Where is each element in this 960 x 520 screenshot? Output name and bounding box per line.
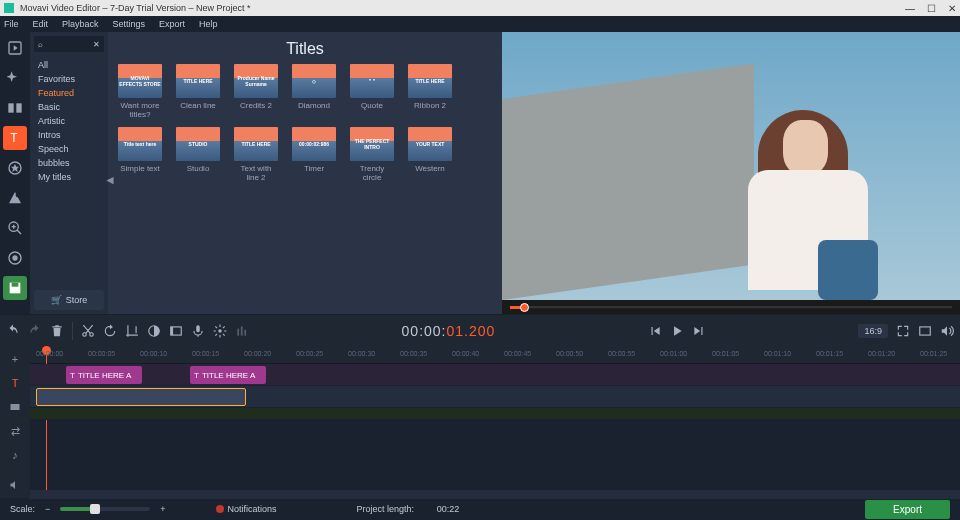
audio-track-icon[interactable]: ♪ bbox=[6, 446, 24, 464]
ruler-tick: 00:00:25 bbox=[296, 350, 323, 357]
svg-rect-21 bbox=[171, 326, 173, 334]
video-track[interactable] bbox=[30, 386, 960, 408]
transitions-tool[interactable] bbox=[3, 96, 27, 120]
title-preset[interactable]: YOUR TEXTWestern bbox=[408, 127, 452, 182]
app-icon bbox=[4, 3, 14, 13]
ruler-tick: 00:01:00 bbox=[660, 350, 687, 357]
filters-tool[interactable] bbox=[3, 66, 27, 90]
maximize-button[interactable]: ☐ bbox=[927, 3, 936, 14]
link-track-icon[interactable]: ⇄ bbox=[6, 422, 24, 440]
svg-rect-27 bbox=[920, 326, 931, 334]
zoom-out-button[interactable]: − bbox=[45, 504, 50, 514]
menu-bar: FileEditPlaybackSettingsExportHelp bbox=[0, 16, 960, 32]
export-button[interactable]: Export bbox=[865, 500, 950, 519]
add-track-button[interactable]: + bbox=[6, 350, 24, 368]
svg-text:T: T bbox=[10, 131, 18, 145]
audio-track[interactable] bbox=[30, 490, 960, 500]
category-speech-bubbles[interactable]: Speech bubbles bbox=[38, 142, 100, 170]
title-preset[interactable]: MOVAVI EFFECTS STOREWant more titles? bbox=[118, 64, 162, 119]
close-button[interactable]: ✕ bbox=[948, 3, 956, 14]
title-preset[interactable]: " "Quote bbox=[350, 64, 394, 119]
notifications-button[interactable]: Notifications bbox=[216, 504, 277, 514]
title-preset[interactable]: 00:00:02:986Timer bbox=[292, 127, 336, 182]
category-artistic[interactable]: Artistic bbox=[38, 114, 100, 128]
save-tool[interactable] bbox=[3, 276, 27, 300]
next-button[interactable] bbox=[692, 324, 706, 338]
title-preset[interactable]: Title text hereSimple text bbox=[118, 127, 162, 182]
clip-props-button[interactable] bbox=[169, 324, 183, 338]
menu-export[interactable]: Export bbox=[159, 19, 185, 29]
zoom-in-button[interactable]: + bbox=[160, 504, 165, 514]
search-input[interactable]: ⌕✕ bbox=[34, 36, 104, 52]
store-button[interactable]: 🛒Store bbox=[34, 290, 104, 310]
empty-track-area[interactable] bbox=[30, 420, 960, 490]
mute-track-icon[interactable] bbox=[6, 476, 24, 494]
title-preset[interactable]: STUDIOStudio bbox=[176, 127, 220, 182]
title-clip[interactable]: TTITLE HERE A bbox=[66, 366, 142, 384]
zoom-tool[interactable] bbox=[3, 216, 27, 240]
preview-scrubber[interactable] bbox=[502, 300, 960, 314]
title-track[interactable]: TTITLE HERE ATTITLE HERE A bbox=[30, 364, 960, 386]
title-preset[interactable]: TITLE HERERibbon 2 bbox=[408, 64, 452, 119]
category-my-titles[interactable]: My titles bbox=[38, 170, 100, 184]
category-intros[interactable]: Intros bbox=[38, 128, 100, 142]
volume-button[interactable] bbox=[940, 324, 954, 338]
menu-edit[interactable]: Edit bbox=[33, 19, 49, 29]
cart-icon: 🛒 bbox=[51, 295, 62, 305]
aspect-ratio[interactable]: 16:9 bbox=[858, 324, 888, 338]
cut-button[interactable] bbox=[81, 324, 95, 338]
fullscreen-button[interactable] bbox=[918, 324, 932, 338]
crop-button[interactable] bbox=[125, 324, 139, 338]
settings-button[interactable] bbox=[213, 324, 227, 338]
link-track[interactable] bbox=[30, 408, 960, 420]
time-ruler[interactable]: 00:00:0000:00:0500:00:1000:00:1500:00:20… bbox=[30, 346, 960, 364]
svg-line-10 bbox=[17, 230, 21, 234]
svg-marker-1 bbox=[14, 45, 18, 50]
video-track-icon[interactable] bbox=[6, 398, 24, 416]
ruler-tick: 00:00:30 bbox=[348, 350, 375, 357]
shapes-tool[interactable] bbox=[3, 186, 27, 210]
delete-button[interactable] bbox=[50, 324, 64, 338]
redo-button[interactable] bbox=[28, 324, 42, 338]
menu-settings[interactable]: Settings bbox=[113, 19, 146, 29]
record-tool[interactable] bbox=[3, 246, 27, 270]
mic-button[interactable] bbox=[191, 324, 205, 338]
color-button[interactable] bbox=[147, 324, 161, 338]
minimize-button[interactable]: — bbox=[905, 3, 915, 14]
collapse-arrow[interactable]: ◄ bbox=[104, 173, 116, 187]
title-preset[interactable]: TITLE HEREClean line bbox=[176, 64, 220, 119]
title-clip[interactable]: TTITLE HERE A bbox=[190, 366, 266, 384]
expand-button[interactable] bbox=[896, 324, 910, 338]
window-title: Movavi Video Editor – 7-Day Trial Versio… bbox=[20, 3, 250, 13]
equalizer-button[interactable] bbox=[235, 324, 249, 338]
prev-button[interactable] bbox=[648, 324, 662, 338]
category-all[interactable]: All bbox=[38, 58, 100, 72]
menu-playback[interactable]: Playback bbox=[62, 19, 99, 29]
preview-video[interactable] bbox=[502, 32, 960, 300]
project-length-value: 00:22 bbox=[437, 504, 460, 514]
menu-file[interactable]: File bbox=[4, 19, 19, 29]
titles-tool[interactable]: T bbox=[3, 126, 27, 150]
play-button[interactable] bbox=[670, 324, 684, 338]
title-preset[interactable]: Producer Name SurnameCredits 2 bbox=[234, 64, 278, 119]
svg-rect-3 bbox=[16, 103, 21, 112]
svg-rect-26 bbox=[244, 329, 246, 335]
stickers-tool[interactable] bbox=[3, 156, 27, 180]
zoom-slider[interactable] bbox=[60, 507, 150, 511]
svg-rect-28 bbox=[11, 404, 20, 410]
status-bar: Scale: − + Notifications Project length:… bbox=[0, 498, 960, 520]
title-preset[interactable]: THE PERFECT INTROTrendy circle bbox=[350, 127, 394, 182]
title-preset[interactable]: TITLE HEREText with line 2 bbox=[234, 127, 278, 182]
video-clip[interactable] bbox=[36, 388, 246, 406]
undo-button[interactable] bbox=[6, 324, 20, 338]
rotate-button[interactable] bbox=[103, 324, 117, 338]
close-icon[interactable]: ✕ bbox=[93, 40, 100, 49]
media-tool[interactable] bbox=[3, 36, 27, 60]
category-favorites[interactable]: Favorites bbox=[38, 72, 100, 86]
menu-help[interactable]: Help bbox=[199, 19, 218, 29]
category-basic[interactable]: Basic bbox=[38, 100, 100, 114]
category-featured[interactable]: Featured bbox=[38, 86, 100, 100]
titles-track-icon[interactable]: T bbox=[6, 374, 24, 392]
svg-rect-2 bbox=[8, 103, 13, 112]
title-preset[interactable]: ◇Diamond bbox=[292, 64, 336, 119]
